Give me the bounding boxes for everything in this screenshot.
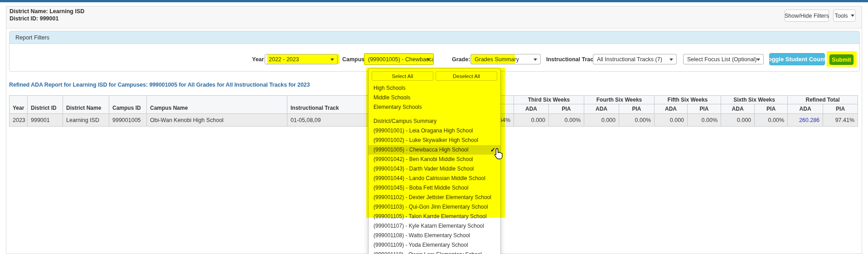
- dropdown-item[interactable]: (999001005) - Chewbacca High School✓: [369, 145, 500, 155]
- cell-third-pia: 0.00%: [549, 114, 584, 127]
- dropdown-item-label: (999001001) - Leia Oragana High School: [373, 127, 473, 134]
- dropdown-item[interactable]: (999001107) - Kyle Katarn Elementary Sch…: [369, 221, 500, 231]
- toggle-student-counts-button[interactable]: Toggle Student Counts: [769, 53, 825, 65]
- table-group-header-fourth-six-weeks: Fourth Six Weeks: [584, 96, 655, 104]
- cell-district-id: 999001: [28, 114, 63, 127]
- dropdown-item[interactable]: District/Campus Summary: [369, 117, 500, 126]
- column-header-district-name: District Name: [63, 96, 109, 114]
- table-subheader-ada: ADA: [514, 104, 549, 114]
- table-subheader-pia: PIA: [755, 104, 788, 114]
- dropdown-item[interactable]: (999001043) - Darth Vader Middle School: [369, 164, 500, 174]
- dropdown-item[interactable]: (999001045) - Boba Fett Middle School: [369, 183, 500, 193]
- cell-fifth-ada: 0.000: [655, 114, 688, 127]
- dropdown-item-label: (999001045) - Boba Fett Middle School: [373, 185, 468, 191]
- submit-button[interactable]: Submit: [829, 54, 853, 65]
- caret-down-icon: [533, 59, 537, 61]
- table-subheader-ada: ADA: [655, 104, 688, 114]
- caret-down-icon: [851, 15, 854, 17]
- report-filters-panel-title: Report Filters: [10, 31, 859, 44]
- caret-down-icon: [756, 59, 760, 61]
- focus-list-select[interactable]: Select Focus List (Optional): [683, 54, 764, 64]
- table-group-header-fifth-six-weeks: Fifth Six Weeks: [655, 96, 721, 104]
- table-subheader-pia: PIA: [549, 104, 584, 114]
- instructional-track-select-value: All Instructional Tracks (7): [597, 56, 662, 63]
- dropdown-item[interactable]: (999001042) - Ben Kanobi Middle School: [369, 155, 500, 164]
- year-select-value: 2022 - 2023: [269, 56, 299, 63]
- cell-sixth-ada: 0.000: [721, 114, 755, 127]
- page-header-band: [6, 6, 862, 29]
- tools-button[interactable]: Tools: [833, 10, 856, 22]
- dropdown-item-label: (999001110) - Owen Lars Elementary Schoo…: [373, 251, 482, 254]
- dropdown-item-label: High Schools: [373, 85, 406, 91]
- show-hide-filters-label: Show/Hide Filters: [785, 13, 829, 19]
- focus-list-select-value: Select Focus List (Optional): [687, 56, 757, 63]
- dropdown-item-label: (999001102) - Dexter Jettster Elementary…: [373, 194, 491, 200]
- dropdown-item-label: (999001108) - Watto Elementary School: [373, 232, 470, 239]
- campus-dropdown-list: High SchoolsMiddle SchoolsElementary Sch…: [369, 83, 500, 254]
- instructional-track-select[interactable]: All Instructional Tracks (7): [593, 54, 677, 64]
- dropdown-item-label: District/Campus Summary: [373, 118, 436, 124]
- column-header-year: Year: [10, 96, 28, 114]
- submit-label: Submit: [832, 57, 851, 63]
- grade-select[interactable]: Grades Summary: [470, 54, 541, 64]
- dropdown-item-label: (999001109) - Yoda Elementary School: [373, 242, 468, 248]
- table-subheader-pia: PIA: [823, 104, 858, 114]
- dropdown-item-label: (999001005) - Chewbacca High School: [373, 147, 468, 153]
- dropdown-item-label: (999001107) - Kyle Katarn Elementary Sch…: [373, 223, 484, 229]
- dropdown-separator: [369, 112, 500, 117]
- cell-sixth-pia: 0.00%: [755, 114, 788, 127]
- toggle-student-counts-label: Toggle Student Counts: [765, 56, 829, 63]
- cell-refined-total-pia: 97.41%: [823, 114, 858, 127]
- deselect-all-button[interactable]: Deselect All: [436, 71, 497, 81]
- cell-campus-name: Obi-Wan Kenobi High School: [147, 114, 287, 127]
- dropdown-item[interactable]: (999001002) - Luke Skywalker High School: [369, 136, 500, 145]
- campus-select-value: (999001005) - Chewbacca High Sc: [368, 56, 434, 63]
- select-all-button[interactable]: Select All: [372, 71, 433, 81]
- dropdown-item-label: (999001105) - Talon Karrde Elementary Sc…: [373, 213, 487, 220]
- grade-label: Grade:: [452, 56, 470, 63]
- report-title: Refined ADA Report for Learning ISD for …: [9, 82, 310, 88]
- grade-select-value: Grades Summary: [475, 56, 519, 63]
- table-subheader-ada: ADA: [721, 104, 755, 114]
- dropdown-item-label: (999001042) - Ben Kanobi Middle School: [373, 156, 473, 162]
- dropdown-group-item[interactable]: Middle Schools: [369, 93, 500, 103]
- dropdown-group-item[interactable]: Elementary Schools: [369, 103, 500, 112]
- dropdown-item[interactable]: (999001105) - Talon Karrde Elementary Sc…: [369, 212, 500, 221]
- report-filters-panel: Report Filters: [9, 31, 860, 72]
- dropdown-item[interactable]: (999001108) - Watto Elementary School: [369, 231, 500, 240]
- selected-check-icon: ✓: [490, 145, 495, 155]
- table-subheader-pia: PIA: [688, 104, 721, 114]
- dropdown-group-item[interactable]: High Schools: [369, 83, 500, 93]
- dropdown-item[interactable]: (999001102) - Dexter Jettster Elementary…: [369, 193, 500, 202]
- cell-campus-id: 999001005: [109, 114, 147, 127]
- cell-fourth-ada: 0.000: [584, 114, 619, 127]
- dropdown-item[interactable]: (999001110) - Owen Lars Elementary Schoo…: [369, 250, 500, 254]
- caret-down-icon: [427, 59, 430, 61]
- dropdown-item[interactable]: (999001044) - Lando Calrissian Middle Sc…: [369, 174, 500, 183]
- campus-dropdown-menu: Select All Deselect All High SchoolsMidd…: [368, 68, 501, 254]
- dropdown-item-label: Elementary Schools: [373, 104, 422, 110]
- cell-district-name: Learning ISD: [63, 114, 109, 127]
- column-header-district-id: District ID: [28, 96, 63, 114]
- dropdown-item-label: (999001043) - Darth Vader Middle School: [373, 166, 474, 172]
- dropdown-item-label: (999001044) - Lando Calrissian Middle Sc…: [373, 175, 485, 181]
- caret-down-icon: [669, 59, 673, 61]
- table-subheader-pia: PIA: [619, 104, 655, 114]
- cell-third-ada: 0.000: [514, 114, 549, 127]
- dropdown-item[interactable]: (999001001) - Leia Oragana High School: [369, 126, 500, 136]
- dropdown-item-label: (999001103) - Qui-Gon Jinn Elementary Sc…: [373, 204, 488, 210]
- instructional-track-label: Instructional Track:: [546, 56, 598, 63]
- tools-label: Tools: [834, 13, 848, 19]
- dropdown-item-label: (999001002) - Luke Skywalker High School: [373, 137, 478, 143]
- campus-select[interactable]: (999001005) - Chewbacca High Sc: [364, 54, 434, 65]
- table-subheader-ada: ADA: [788, 104, 823, 114]
- dropdown-item[interactable]: (999001103) - Qui-Gon Jinn Elementary Sc…: [369, 202, 500, 212]
- campus-dropdown-actions: Select All Deselect All: [369, 71, 500, 83]
- year-select[interactable]: 2022 - 2023: [265, 54, 338, 64]
- top-accent-bar: [0, 0, 868, 2]
- show-hide-filters-button[interactable]: Show/Hide Filters: [785, 10, 829, 22]
- dropdown-item[interactable]: (999001109) - Yoda Elementary School: [369, 240, 500, 250]
- district-name-label: District Name: Learning ISD: [10, 8, 84, 15]
- refined-total-ada-link[interactable]: 260.286: [799, 117, 820, 123]
- caret-down-icon: [330, 59, 334, 61]
